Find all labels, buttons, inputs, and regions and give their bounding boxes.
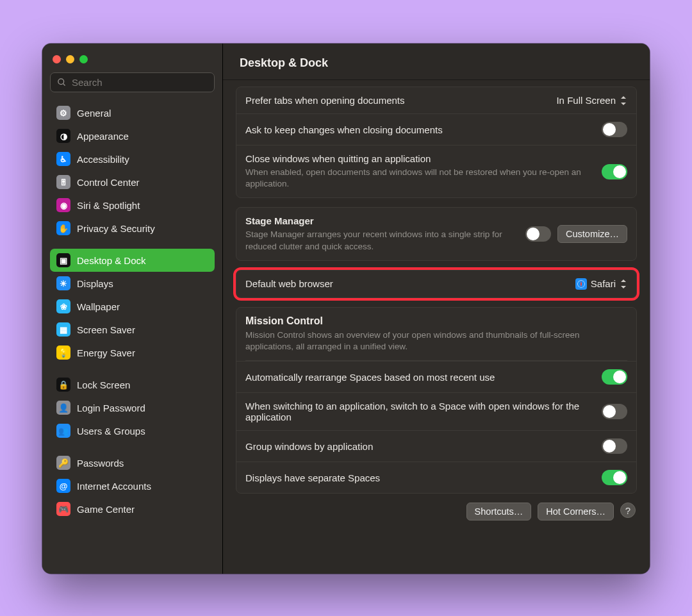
sidebar-item-energy[interactable]: 💡Energy Saver bbox=[50, 341, 215, 364]
sidebar-item-label: General bbox=[77, 108, 111, 119]
close-quit-label: Close windows when quitting an applicati… bbox=[245, 153, 593, 164]
displays-spaces-label: Displays have separate Spaces bbox=[245, 472, 593, 483]
chevron-updown-icon bbox=[620, 279, 627, 289]
sidebar-item-label: Control Center bbox=[77, 177, 140, 188]
chevron-updown-icon bbox=[620, 96, 627, 106]
lock-icon: 🔒 bbox=[56, 378, 70, 392]
sidebar-item-wallpaper[interactable]: ❀Wallpaper bbox=[50, 295, 215, 318]
svg-point-0 bbox=[58, 79, 64, 85]
safari-icon bbox=[575, 278, 587, 290]
group-windows: Prefer tabs when opening documents In Fu… bbox=[236, 87, 637, 198]
wallpaper-icon: ❀ bbox=[56, 299, 70, 313]
prefer-tabs-popup[interactable]: In Full Screen bbox=[556, 95, 627, 106]
row-ask-keep: Ask to keep changes when closing documen… bbox=[236, 113, 636, 145]
group-windows-toggle[interactable] bbox=[602, 438, 627, 454]
screen-saver-icon: ▦ bbox=[56, 322, 70, 337]
sidebar-item-privacy[interactable]: ✋Privacy & Security bbox=[50, 217, 215, 240]
row-close-quit: Close windows when quitting an applicati… bbox=[236, 145, 636, 197]
sidebar-item-passwords[interactable]: 🔑Passwords bbox=[50, 451, 215, 474]
sidebar-item-label: Energy Saver bbox=[77, 347, 135, 358]
sidebar-item-label: Displays bbox=[77, 278, 113, 289]
row-prefer-tabs: Prefer tabs when opening documents In Fu… bbox=[236, 87, 636, 113]
sidebar-item-label: Users & Groups bbox=[77, 426, 145, 437]
sidebar-item-siri[interactable]: ◉Siri & Spotlight bbox=[50, 194, 215, 217]
sidebar-item-label: Wallpaper bbox=[77, 301, 120, 312]
sidebar-item-label: Internet Accounts bbox=[77, 481, 151, 492]
default-browser-popup[interactable]: Safari bbox=[575, 278, 627, 290]
stage-sub: Stage Manager arranges your recent windo… bbox=[245, 229, 516, 252]
default-browser-label: Default web browser bbox=[245, 278, 566, 289]
help-button[interactable]: ? bbox=[620, 503, 636, 518]
sidebar-item-label: Accessibility bbox=[77, 154, 129, 165]
svg-line-1 bbox=[63, 83, 65, 85]
sidebar-item-label: Lock Screen bbox=[77, 379, 130, 390]
main-pane: Desktop & Dock Prefer tabs when opening … bbox=[223, 44, 650, 574]
sidebar-item-appearance[interactable]: ◑Appearance bbox=[50, 124, 215, 147]
users-icon: 👥 bbox=[56, 424, 70, 438]
search-input[interactable] bbox=[72, 77, 208, 88]
sidebar-item-general[interactable]: ⚙General bbox=[50, 101, 215, 124]
auto-rearrange-toggle[interactable] bbox=[602, 369, 627, 385]
siri-icon: ◉ bbox=[56, 198, 70, 212]
mission-head: Mission Control Mission Control shows an… bbox=[236, 308, 636, 361]
internet-icon: @ bbox=[56, 479, 70, 493]
sidebar-item-control-center[interactable]: 🎚Control Center bbox=[50, 171, 215, 194]
zoom-window-button[interactable] bbox=[79, 55, 88, 63]
sidebar-item-label: Desktop & Dock bbox=[77, 255, 146, 266]
sidebar-item-label: Game Center bbox=[77, 504, 135, 515]
close-quit-toggle[interactable] bbox=[602, 164, 627, 179]
row-switch-space: When switching to an application, switch… bbox=[236, 392, 636, 430]
sidebar-item-displays[interactable]: ☀Displays bbox=[50, 272, 215, 295]
privacy-icon: ✋ bbox=[56, 221, 70, 235]
general-icon: ⚙ bbox=[56, 106, 70, 120]
stage-title: Stage Manager bbox=[245, 215, 516, 226]
prefer-tabs-label: Prefer tabs when opening documents bbox=[245, 95, 547, 106]
customize-button[interactable]: Customize… bbox=[557, 225, 627, 243]
content-scroll[interactable]: Prefer tabs when opening documents In Fu… bbox=[223, 80, 650, 574]
displays-spaces-toggle[interactable] bbox=[602, 470, 627, 485]
sidebar-item-label: Login Password bbox=[77, 403, 145, 413]
row-displays-spaces: Displays have separate Spaces bbox=[236, 462, 636, 493]
sidebar-item-label: Privacy & Security bbox=[77, 223, 155, 234]
ask-keep-toggle[interactable] bbox=[602, 122, 627, 137]
row-stage-manager: Stage Manager Stage Manager arranges you… bbox=[236, 208, 636, 260]
ask-keep-label: Ask to keep changes when closing documen… bbox=[245, 124, 593, 135]
row-group-windows: Group windows by application bbox=[236, 430, 636, 462]
prefer-tabs-value: In Full Screen bbox=[556, 95, 616, 106]
mission-title: Mission Control bbox=[245, 315, 627, 327]
passwords-icon: 🔑 bbox=[56, 456, 70, 470]
sidebar-item-screen-saver[interactable]: ▦Screen Saver bbox=[50, 318, 215, 341]
sidebar-item-internet[interactable]: @Internet Accounts bbox=[50, 474, 215, 497]
sidebar-item-login[interactable]: 👤Login Password bbox=[50, 396, 215, 419]
sidebar-item-label: Appearance bbox=[77, 131, 129, 142]
close-quit-sub: When enabled, open documents and windows… bbox=[245, 167, 593, 190]
group-mission-control: Mission Control Mission Control shows an… bbox=[236, 307, 637, 494]
stage-toggle[interactable] bbox=[525, 226, 551, 242]
auto-rearrange-label: Automatically rearrange Spaces based on … bbox=[245, 372, 593, 383]
sidebar-item-label: Screen Saver bbox=[77, 324, 135, 335]
search-icon bbox=[57, 78, 67, 87]
gamecenter-icon: 🎮 bbox=[56, 502, 70, 516]
switch-space-toggle[interactable] bbox=[602, 404, 627, 419]
shortcuts-button[interactable]: Shortcuts… bbox=[466, 503, 532, 520]
window-controls bbox=[53, 55, 215, 63]
minimize-window-button[interactable] bbox=[66, 55, 74, 63]
sidebar-item-gamecenter[interactable]: 🎮Game Center bbox=[50, 497, 215, 520]
mission-sub: Mission Control shows an overview of you… bbox=[245, 329, 627, 361]
close-window-button[interactable] bbox=[53, 55, 61, 63]
row-auto-rearrange: Automatically rearrange Spaces based on … bbox=[236, 361, 636, 392]
sidebar-item-lock[interactable]: 🔒Lock Screen bbox=[50, 373, 215, 396]
sidebar-item-desktop-dock[interactable]: ▣Desktop & Dock bbox=[50, 249, 215, 272]
sidebar-item-users[interactable]: 👥Users & Groups bbox=[50, 419, 215, 442]
page-title: Desktop & Dock bbox=[223, 44, 650, 80]
settings-window: ⚙General◑Appearance♿︎Accessibility🎚Contr… bbox=[42, 44, 650, 574]
displays-icon: ☀ bbox=[56, 276, 70, 290]
search-field[interactable] bbox=[50, 72, 215, 92]
sidebar: ⚙General◑Appearance♿︎Accessibility🎚Contr… bbox=[42, 44, 223, 574]
group-default-browser: Default web browser Safari bbox=[236, 270, 637, 298]
hotcorners-button[interactable]: Hot Corners… bbox=[538, 503, 614, 520]
sidebar-item-accessibility[interactable]: ♿︎Accessibility bbox=[50, 147, 215, 171]
energy-icon: 💡 bbox=[56, 345, 70, 360]
row-default-browser: Default web browser Safari bbox=[236, 271, 636, 297]
footer: Shortcuts… Hot Corners… ? bbox=[236, 503, 637, 520]
